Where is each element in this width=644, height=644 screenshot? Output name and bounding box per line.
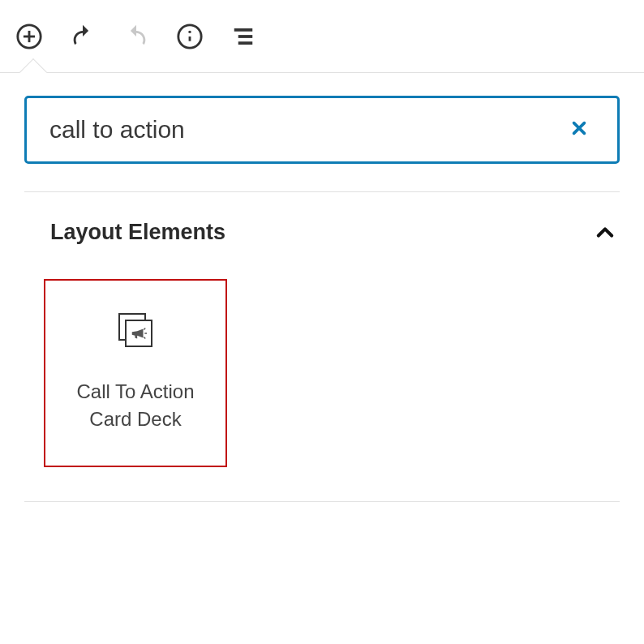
block-item-cta-card-deck[interactable]: Call To Action Card Deck (44, 279, 227, 467)
block-inserter-panel: Layout Elements Call To Action Card Deck (0, 73, 644, 502)
search-field-wrap (24, 96, 620, 164)
redo-icon (122, 23, 150, 50)
plus-circle-icon (15, 23, 43, 50)
stacked-cards-icon (118, 313, 152, 347)
search-input[interactable] (49, 116, 564, 144)
clear-search-button[interactable] (564, 111, 595, 149)
section-title: Layout Elements (50, 220, 225, 245)
redo-button (122, 22, 151, 51)
add-block-button[interactable] (15, 22, 44, 51)
blocks-grid: Call To Action Card Deck (24, 245, 620, 501)
svg-rect-6 (234, 28, 253, 32)
divider (24, 501, 620, 502)
chevron-up-icon (594, 221, 616, 244)
close-icon (570, 119, 588, 137)
svg-point-5 (188, 30, 191, 32)
undo-button[interactable] (68, 22, 97, 51)
outline-icon (231, 24, 255, 49)
undo-icon (69, 23, 97, 50)
block-item-label: Call To Action Card Deck (54, 378, 217, 432)
svg-rect-7 (238, 35, 253, 38)
info-button[interactable] (175, 22, 204, 51)
editor-toolbar (0, 0, 644, 73)
megaphone-icon (130, 324, 148, 342)
outline-button[interactable] (229, 22, 258, 51)
section-header[interactable]: Layout Elements (24, 192, 620, 245)
collapse-toggle[interactable] (594, 221, 616, 244)
svg-rect-8 (238, 41, 253, 45)
info-icon (176, 23, 204, 50)
